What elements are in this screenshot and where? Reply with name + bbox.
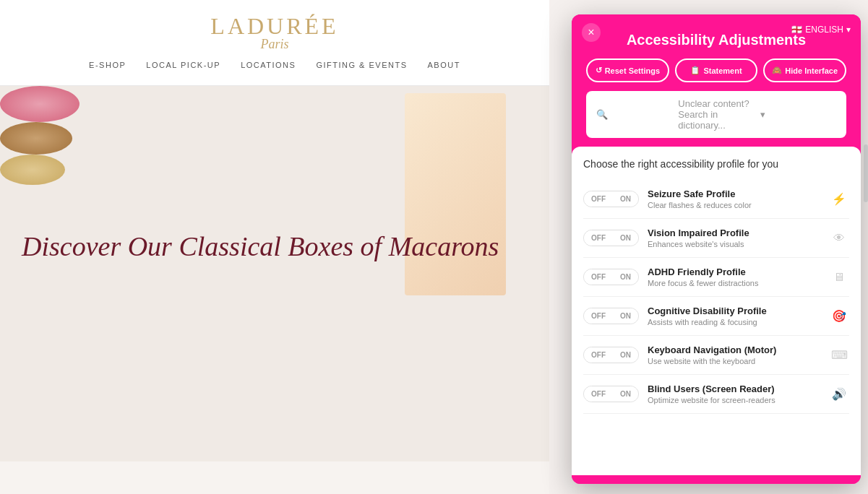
search-placeholder-text: Unclear content? Search in dictionary... [678,98,754,131]
toggle-0[interactable]: OFF ON [583,191,639,207]
panel-body: Choose the right accessibility profile f… [572,147,861,475]
profile-desc-4: Use website with the keyboard [648,357,820,365]
toggle-off-4[interactable]: OFF [584,347,613,363]
reset-icon: ↺ [596,66,602,75]
nav-gifting[interactable]: GIFTING & EVENTS [316,61,407,69]
toggle-1[interactable]: OFF ON [583,230,639,246]
profile-info-0: Seizure Safe Profile Clear flashes & red… [648,188,820,209]
chevron-down-icon: ▾ [846,25,851,35]
toggle-off-3[interactable]: OFF [584,308,613,324]
toggle-off-5[interactable]: OFF [584,386,613,402]
scrollbar[interactable] [864,144,868,202]
toggle-5[interactable]: OFF ON [583,386,639,402]
profile-name-5: Blind Users (Screen Reader) [648,384,820,394]
panel-footer[interactable]: ≡ [572,475,861,484]
toggle-on-3[interactable]: ON [613,308,638,324]
panel-header: × 🏴󠁧󠁢󠁥󠁮󠁧󠁿 ENGLISH ▾ Accessibility Adjust… [572,14,861,147]
toggle-off-1[interactable]: OFF [584,230,613,246]
close-button[interactable]: × [582,23,601,42]
box-decoration [405,93,506,295]
reset-label: Reset Settings [605,66,660,75]
accessibility-panel: × 🏴󠁧󠁢󠁥󠁮󠁧󠁿 ENGLISH ▾ Accessibility Adjust… [572,14,861,484]
site-nav: E-SHOP LOCAL PICK-UP LOCATIONS GIFTING &… [0,52,549,78]
reset-settings-button[interactable]: ↺ Reset Settings [586,58,669,82]
search-chevron-icon: ▾ [760,109,836,120]
profile-info-3: Cognitive Disability Profile Assists wit… [648,306,820,326]
toggle-off-0[interactable]: OFF [584,191,613,207]
profile-row-2: OFF ON ADHD Friendly Profile More focus … [583,258,849,297]
profile-icon-1: 👁 [829,228,849,248]
statement-label: Statement [703,66,742,75]
nav-about[interactable]: ABOUT [427,61,460,69]
profile-desc-3: Assists with reading & focusing [648,318,820,326]
toggle-on-4[interactable]: ON [613,347,638,363]
hero-title: Discover Our Classical Boxes of Macarons [22,230,499,264]
profile-row-3: OFF ON Cognitive Disability Profile Assi… [583,297,849,336]
profile-row-4: OFF ON Keyboard Navigation (Motor) Use w… [583,336,849,375]
language-selector[interactable]: 🏴󠁧󠁢󠁥󠁮󠁧󠁿 ENGLISH ▾ [791,25,851,35]
profile-name-3: Cognitive Disability Profile [648,306,820,316]
nav-locations[interactable]: LOCATIONS [241,61,296,69]
site-logo-sub: Paris [0,37,549,52]
hero-area: Discover Our Classical Boxes of Macarons [0,86,549,462]
toggle-3[interactable]: OFF ON [583,308,639,324]
profile-desc-2: More focus & fewer distractions [648,279,820,287]
website-background: LADURÉE Paris E-SHOP LOCAL PICK-UP LOCAT… [0,0,549,494]
close-icon: × [588,26,594,39]
hide-interface-button[interactable]: 🙈 Hide Interface [763,58,846,82]
nav-eshop[interactable]: E-SHOP [89,61,126,69]
toggle-4[interactable]: OFF ON [583,347,639,363]
profile-icon-5: 🔊 [829,384,849,404]
site-header: LADURÉE Paris E-SHOP LOCAL PICK-UP LOCAT… [0,0,549,86]
profile-icon-4: ⌨ [829,345,849,365]
profile-name-4: Keyboard Navigation (Motor) [648,344,820,355]
profile-icon-0: ⚡ [829,189,849,209]
hero-text: Discover Our Classical Boxes of Macarons [22,230,499,264]
profiles-section-title: Choose the right accessibility profile f… [583,158,849,170]
profile-icon-3: 🎯 [829,306,849,326]
macaron-pink [0,86,80,122]
profile-desc-0: Clear flashes & reduces color [648,201,820,209]
profiles-list: OFF ON Seizure Safe Profile Clear flashe… [583,180,849,414]
macaron-beige [0,155,65,185]
statement-icon: 📋 [690,66,700,75]
profile-desc-1: Enhances website's visuals [648,240,820,248]
hide-label: Hide Interface [785,66,838,75]
toggle-on-1[interactable]: ON [613,230,638,246]
toggle-off-2[interactable]: OFF [584,269,613,285]
site-logo: LADURÉE [0,13,549,40]
profile-icon-2: 🖥 [829,267,849,287]
profile-desc-5: Optimize website for screen-readers [648,396,820,404]
toggle-on-2[interactable]: ON [613,269,638,285]
toggle-on-5[interactable]: ON [613,386,638,402]
search-icon: 🔍 [596,109,672,120]
dictionary-search[interactable]: 🔍 Unclear content? Search in dictionary.… [586,91,846,138]
profile-row-1: OFF ON Vision Impaired Profile Enhances … [583,219,849,258]
profile-info-4: Keyboard Navigation (Motor) Use website … [648,344,820,365]
profile-info-2: ADHD Friendly Profile More focus & fewer… [648,266,820,287]
flag-icon: 🏴󠁧󠁢󠁥󠁮󠁧󠁿 [791,25,802,35]
profile-info-1: Vision Impaired Profile Enhances website… [648,228,820,248]
language-label: ENGLISH [805,25,843,35]
nav-pickup[interactable]: LOCAL PICK-UP [146,61,220,69]
profile-name-2: ADHD Friendly Profile [648,266,820,277]
toggle-2[interactable]: OFF ON [583,269,639,285]
hide-icon: 🙈 [772,66,782,75]
macaron-brown [0,122,72,155]
toggle-on-0[interactable]: ON [613,191,638,207]
profile-name-0: Seizure Safe Profile [648,188,820,199]
profile-name-1: Vision Impaired Profile [648,228,820,238]
profile-row-5: OFF ON Blind Users (Screen Reader) Optim… [583,375,849,414]
profile-row-0: OFF ON Seizure Safe Profile Clear flashe… [583,180,849,219]
panel-action-buttons: ↺ Reset Settings 📋 Statement 🙈 Hide Inte… [586,58,846,82]
profile-info-5: Blind Users (Screen Reader) Optimize web… [648,384,820,404]
statement-button[interactable]: 📋 Statement [675,58,758,82]
